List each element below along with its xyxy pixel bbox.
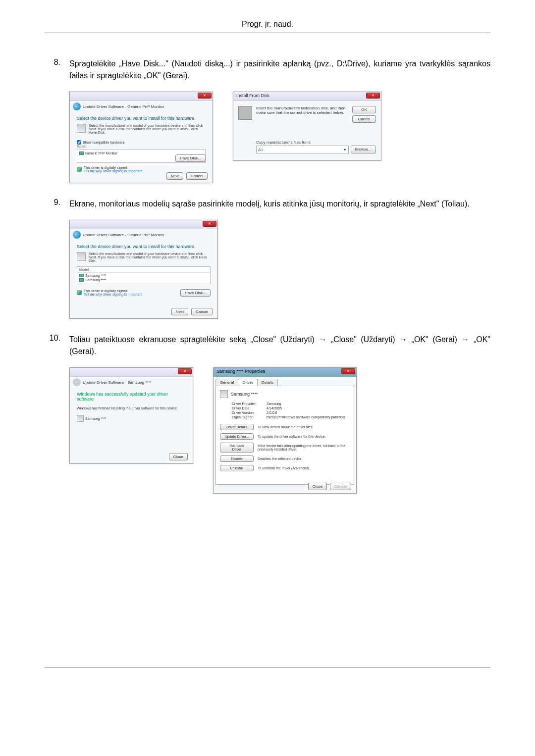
step-text: Toliau pateiktuose ekranuose spragtelėki…	[69, 334, 490, 357]
success-subtext: Windows has finished installing the driv…	[77, 406, 186, 410]
prop-row: Roll Back Driver If the device fails aft…	[220, 443, 350, 453]
copy-row: A:\ ▼ Browse...	[256, 146, 376, 153]
close-icon[interactable]: ✕	[366, 93, 380, 99]
step-text: Spragtelėkite „Have Disk..." (Naudoti di…	[69, 58, 490, 82]
prop-row: Disable Disables the selected device.	[220, 455, 350, 462]
update-driver-model-dialog: ✕ ← Update Driver Software - Generic PnP…	[69, 220, 218, 319]
dialog-subtext-row: Select the manufacturer and model of you…	[77, 252, 211, 262]
page-header: Progr. įr. naud.	[45, 20, 490, 29]
device-item: Samsung ****	[77, 415, 186, 422]
nav-title: Update Driver Software - Samsung ****	[83, 380, 152, 385]
next-button[interactable]: Next	[166, 172, 183, 180]
close-icon[interactable]: ✕	[198, 93, 212, 99]
uninstall-button[interactable]: Uninstall	[220, 465, 254, 471]
prop-row: Driver Details To view details about the…	[220, 424, 350, 430]
step-number: 8.	[45, 58, 69, 82]
item-label: Samsung ****	[85, 274, 106, 277]
update-driver-dialog: ✕ ← Update Driver Software - Generic PnP…	[69, 92, 213, 183]
dialog-title: Samsung **** Properties	[216, 369, 265, 374]
have-disk-button-wrap: Have Disk...	[175, 154, 206, 162]
close-icon[interactable]: ✕	[203, 221, 216, 227]
path-dropdown[interactable]: A:\ ▼	[256, 146, 349, 153]
step-10: 10. Toliau pateiktuose ekranuose spragte…	[45, 334, 490, 357]
tab-driver[interactable]: Driver	[238, 379, 257, 386]
next-button[interactable]: Next	[171, 308, 188, 315]
close-button[interactable]: Close	[308, 483, 327, 490]
have-disk-button[interactable]: Have Disk...	[175, 154, 206, 162]
dialog-subtext-row: Select the manufacturer and model of you…	[77, 124, 206, 134]
button-column: OK Cancel	[352, 106, 376, 123]
model-list[interactable]: Model Samsung **** Samsung ****	[77, 266, 211, 284]
dialog-body: Windows has successfully updated your dr…	[70, 388, 193, 426]
close-icon[interactable]: ✕	[341, 368, 355, 374]
ok-button[interactable]: OK	[352, 106, 376, 113]
step-9-screenshot: ✕ ← Update Driver Software - Generic PnP…	[69, 220, 490, 319]
list-item[interactable]: Samsung ****	[77, 278, 210, 282]
step-8-screenshots: ✕ ← Update Driver Software - Generic PnP…	[69, 92, 490, 183]
date-label: Driver Date:	[232, 406, 267, 410]
back-arrow-icon[interactable]: ←	[73, 102, 81, 110]
tab-details[interactable]: Details	[257, 379, 278, 386]
list-item[interactable]: Samsung ****	[77, 274, 210, 277]
have-disk-button-wrap: Have Disk...	[180, 289, 211, 297]
cancel-button[interactable]: Cancel	[191, 308, 213, 315]
browse-button[interactable]: Browse...	[351, 146, 376, 153]
driver-info-grid: Driver Provider:Samsung Driver Date:4/14…	[232, 402, 350, 419]
version-label: Driver Version:	[232, 411, 267, 414]
step-9: 9. Ekrane, monitoriaus modelių sąraše pa…	[45, 198, 490, 210]
tab-row: General Driver Details	[214, 377, 356, 386]
nav-breadcrumb: ← Update Driver Software - Samsung ****	[70, 377, 193, 388]
close-button[interactable]: Close	[169, 453, 188, 460]
compatible-checkbox[interactable]	[77, 140, 81, 145]
dialog-title: Install From Disk	[236, 93, 269, 98]
device-name: Samsung ****	[231, 392, 258, 397]
prop-row: Uninstall To uninstall the driver (Advan…	[220, 465, 350, 471]
step-8: 8. Spragtelėkite „Have Disk..." (Naudoti…	[45, 58, 490, 82]
dialog-body: Insert the manufacturer's installation d…	[233, 101, 381, 128]
back-arrow-icon: ←	[73, 378, 81, 386]
back-arrow-icon[interactable]: ←	[73, 231, 81, 239]
compatible-checkbox-row: Show compatible hardware	[77, 140, 206, 145]
footer-rule	[45, 667, 490, 667]
cancel-button[interactable]: Cancel	[186, 172, 208, 180]
update-driver-button[interactable]: Update Driver...	[220, 433, 254, 440]
disk-icon	[77, 252, 86, 261]
dialog-heading: Select the device driver you want to ins…	[77, 116, 206, 121]
monitor-icon	[79, 274, 84, 277]
disable-button[interactable]: Disable	[220, 455, 254, 462]
tab-general[interactable]: General	[215, 379, 238, 386]
instruction-list: 9. Ekrane, monitoriaus modelių sąraše pa…	[45, 198, 490, 210]
have-disk-button[interactable]: Have Disk...	[180, 289, 211, 297]
dialog-body: Select the device driver you want to ins…	[70, 112, 213, 177]
signed-text: This driver is digitally signed.	[84, 289, 142, 293]
driver-details-button[interactable]: Driver Details	[220, 424, 254, 430]
checkbox-label: Show compatible hardware	[83, 141, 124, 144]
device-name: Samsung ****	[85, 417, 106, 420]
provider-value: Samsung	[267, 402, 281, 405]
monitor-icon	[79, 151, 84, 155]
step-10-screenshots: ✕ ← Update Driver Software - Samsung ***…	[69, 367, 490, 494]
monitor-icon	[220, 390, 228, 398]
rollback-button[interactable]: Roll Back Driver	[220, 443, 254, 453]
monitor-icon	[77, 415, 84, 422]
signing-link[interactable]: Tell me why driver signing is important	[84, 293, 142, 296]
item-label: Samsung ****	[85, 278, 106, 282]
copy-label: Copy manufacturer's files from:	[256, 140, 376, 145]
signing-link[interactable]: Tell me why driver signing is important	[84, 169, 142, 173]
item-label: Generic PnP Monitor	[85, 151, 117, 155]
dialog-text: Insert the manufacturer's installation d…	[256, 106, 348, 123]
desc-text: If the device fails after updating the d…	[258, 444, 350, 451]
nav-title: Update Driver Software - Generic PnP Mon…	[83, 104, 164, 109]
shield-icon	[77, 290, 82, 295]
close-icon[interactable]: ✕	[178, 368, 192, 374]
header-rule	[45, 33, 490, 33]
dialog-footer: Close Cancel	[308, 483, 351, 490]
cancel-button[interactable]: Cancel	[352, 115, 376, 123]
date-value: 4/14/2005	[267, 406, 282, 410]
signer-value: microsoft windows hardware compatibility…	[267, 415, 345, 419]
model-header: Model	[77, 267, 210, 273]
shield-icon	[77, 167, 82, 172]
update-success-dialog: ✕ ← Update Driver Software - Samsung ***…	[69, 367, 193, 464]
version-value: 2.0.0.0	[267, 411, 277, 414]
window-titlebar: ✕	[70, 92, 213, 101]
